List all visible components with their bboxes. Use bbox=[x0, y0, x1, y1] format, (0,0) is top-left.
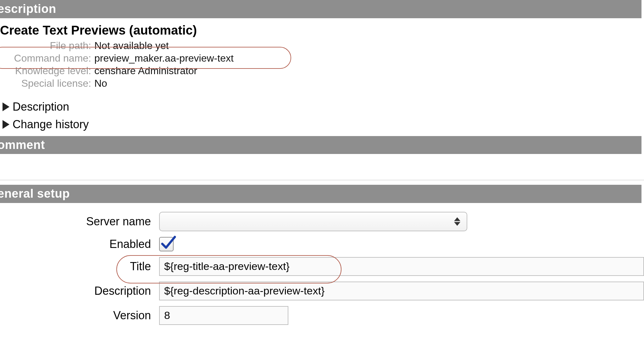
description-input[interactable] bbox=[159, 282, 644, 300]
server-name-label: Server name bbox=[0, 215, 151, 228]
kv-command-name: Command name: preview_maker.aa-preview-t… bbox=[0, 52, 644, 64]
description-field-label: Description bbox=[0, 284, 151, 298]
knowledge-level-label: Knowledge level: bbox=[0, 65, 91, 77]
row-title: Title bbox=[0, 257, 644, 276]
command-name-label: Command name: bbox=[0, 52, 91, 64]
row-description: Description bbox=[0, 282, 644, 300]
section-header-comment: omment bbox=[0, 136, 641, 154]
check-icon bbox=[160, 235, 176, 251]
command-name-value: preview_maker.aa-preview-text bbox=[94, 52, 234, 64]
version-label: Version bbox=[0, 309, 151, 322]
disclosure-change-history-label: Change history bbox=[13, 118, 89, 131]
triangle-right-icon bbox=[3, 102, 9, 111]
file-path-label: File path: bbox=[0, 40, 91, 52]
comment-body[interactable] bbox=[0, 154, 644, 180]
page-title: Create Text Previews (automatic) bbox=[0, 23, 644, 37]
file-path-value: Not available yet bbox=[94, 40, 169, 52]
special-license-value: No bbox=[94, 78, 107, 89]
kv-knowledge-level: Knowledge level: censhare Administrator bbox=[0, 65, 644, 77]
disclosure-change-history[interactable]: Change history bbox=[3, 118, 644, 131]
disclosure-description[interactable]: Description bbox=[3, 100, 644, 113]
title-label: Title bbox=[0, 260, 151, 273]
updown-caret-icon bbox=[454, 217, 460, 226]
special-license-label: Special license: bbox=[0, 78, 91, 89]
enabled-checkbox[interactable] bbox=[159, 237, 174, 251]
version-input[interactable] bbox=[159, 306, 288, 325]
kv-file-path: File path: Not available yet bbox=[0, 40, 644, 52]
enabled-label: Enabled bbox=[0, 238, 151, 251]
row-server-name: Server name bbox=[0, 212, 644, 231]
disclosure-description-label: Description bbox=[13, 100, 69, 113]
section-header-general-setup: eneral setup bbox=[0, 185, 641, 203]
knowledge-level-value: censhare Administrator bbox=[94, 65, 197, 77]
row-enabled: Enabled bbox=[0, 237, 644, 251]
section-header-description: escription bbox=[0, 0, 641, 18]
server-name-dropdown[interactable] bbox=[159, 212, 467, 231]
row-version: Version bbox=[0, 306, 644, 325]
kv-special-license: Special license: No bbox=[0, 78, 644, 89]
triangle-right-icon bbox=[3, 120, 9, 129]
title-input[interactable] bbox=[159, 257, 644, 276]
